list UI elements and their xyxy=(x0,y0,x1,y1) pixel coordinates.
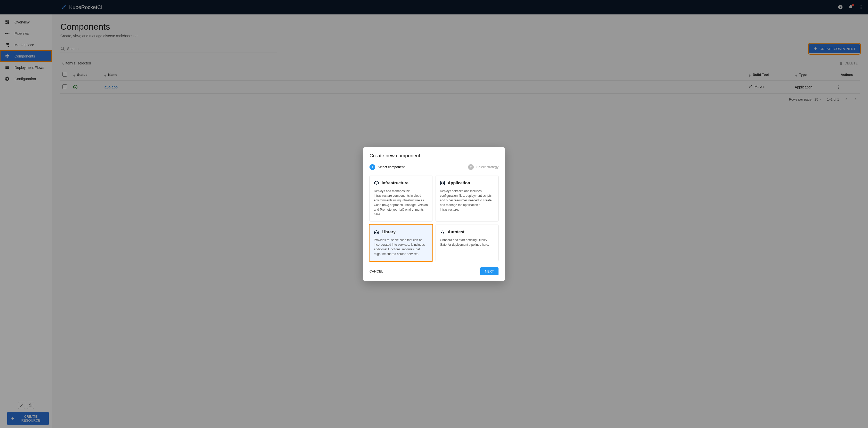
library-icon xyxy=(374,229,379,235)
apps-icon xyxy=(440,180,445,186)
stepper: 1 Select component 2 Select strategy xyxy=(370,164,498,170)
option-title: Library xyxy=(382,230,396,234)
modal-title: Create new component xyxy=(370,153,498,159)
option-title: Application xyxy=(448,181,470,186)
option-application[interactable]: Application Deploys services and include… xyxy=(436,175,498,222)
create-component-modal: Create new component 1 Select component … xyxy=(363,147,505,281)
svg-rect-24 xyxy=(441,183,442,185)
svg-rect-22 xyxy=(441,181,442,183)
svg-rect-23 xyxy=(443,181,444,183)
option-desc: Deploys and manages the infrastructure c… xyxy=(374,189,428,217)
option-desc: Onboard and start defining Quality Gate … xyxy=(440,238,494,247)
option-library[interactable]: Library Provides reusable code that can … xyxy=(370,225,432,261)
option-autotest[interactable]: Autotest Onboard and start defining Qual… xyxy=(436,225,498,261)
next-button[interactable]: NEXT xyxy=(480,267,498,275)
step-label: Select strategy xyxy=(476,165,498,169)
step-number: 1 xyxy=(370,164,375,170)
step-2: 2 Select strategy xyxy=(468,164,498,170)
option-desc: Deploys services and includes configurat… xyxy=(440,189,494,212)
step-1: 1 Select component xyxy=(370,164,405,170)
cloud-icon xyxy=(374,180,379,186)
option-title: Infrastructure xyxy=(382,181,408,186)
option-infrastructure[interactable]: Infrastructure Deploys and manages the i… xyxy=(370,175,432,222)
step-number: 2 xyxy=(468,164,474,170)
step-connector xyxy=(408,167,465,167)
option-desc: Provides reusable code that can be incor… xyxy=(374,238,428,256)
svg-rect-25 xyxy=(443,183,444,185)
svg-point-26 xyxy=(443,233,444,234)
option-title: Autotest xyxy=(448,230,464,234)
step-label: Select component xyxy=(378,165,405,169)
modal-overlay[interactable]: Create new component 1 Select component … xyxy=(0,0,868,428)
flask-icon xyxy=(440,229,445,235)
cancel-button[interactable]: CANCEL xyxy=(370,269,383,273)
